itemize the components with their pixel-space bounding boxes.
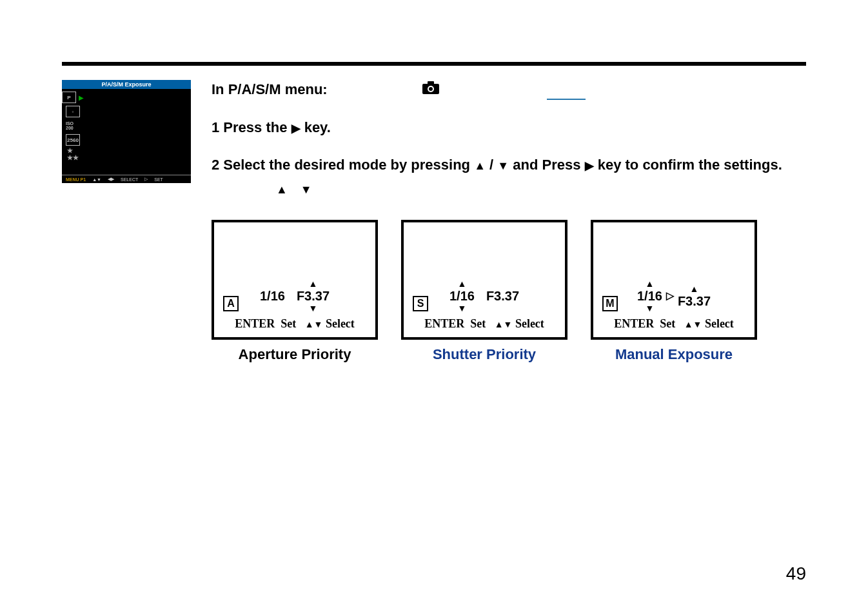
- up-arrow-icon: ▲: [457, 279, 466, 288]
- up-arrow-icon: ▲: [305, 320, 314, 329]
- aperture-value: F3.37: [678, 295, 711, 308]
- instruction-step-1: 1 Press the ▶ key.: [212, 118, 806, 137]
- blue-underline: [547, 99, 586, 100]
- slash: /: [489, 157, 497, 173]
- up-arrow-icon: ▲: [690, 284, 699, 293]
- aperture-col: F3.37: [486, 289, 519, 302]
- page-number: 49: [786, 563, 806, 584]
- shutter-priority-card: ▲ 1/16 ▼ F3.37 S ENTER Set: [401, 220, 567, 364]
- instruction-heading: In P/A/S/M menu:: [212, 81, 328, 97]
- up-arrow-icon: ▲: [684, 320, 693, 329]
- aperture-priority-card: 1/16 ▲ F3.37 ▼ A ENTER Set: [212, 220, 378, 364]
- shutter-priority-screen: ▲ 1/16 ▼ F3.37 S ENTER Set: [401, 220, 567, 340]
- mode-letter-m: M: [602, 296, 618, 311]
- aperture-col: ▲ F3.37: [678, 284, 711, 308]
- down-arrow-icon: ▼: [457, 304, 466, 313]
- footer-set: SET: [154, 177, 163, 182]
- up-arrow-icon: ▲: [495, 320, 504, 329]
- standalone-arrows: ▲ ▼: [276, 182, 806, 197]
- down-arrow-icon: ▼: [504, 320, 513, 329]
- manual-exposure-card: ▲ 1/16 ▼ ▷ ▲ F3.37 M ENTE: [591, 220, 757, 364]
- aperture-priority-label: Aperture Priority: [212, 345, 378, 364]
- mode-p-icon: P: [62, 92, 76, 103]
- down-arrow-icon: ▼: [301, 183, 312, 196]
- shutter-col: 1/16: [260, 289, 285, 302]
- instruction-heading-row: In P/A/S/M menu:: [212, 80, 806, 100]
- down-arrow-icon: ▼: [314, 320, 323, 329]
- step2-mid: and Press: [513, 157, 584, 173]
- shutter-value: 1/16: [449, 289, 475, 302]
- quality-stars-icon: ★★★: [66, 148, 80, 160]
- mode-letter-s: S: [413, 296, 428, 311]
- up-arrow-icon: ▲: [309, 279, 318, 288]
- instruction-block: In P/A/S/M menu: 1 Press the ▶ key. 2 Se…: [212, 80, 806, 364]
- hint-enter: ENTER: [235, 317, 275, 330]
- cursor-icon: ▶: [79, 94, 84, 101]
- footer-updown-icon: ▲▼: [92, 177, 101, 182]
- footer-select: SELECT: [121, 177, 138, 182]
- footer-leftright-icon: ◀▶: [108, 177, 114, 182]
- svg-point-3: [429, 87, 433, 91]
- camera-menu-screenshot: P/A/S/M Exposure P ▶ ▫ ISO 200 2560 ★★★ …: [62, 80, 191, 183]
- aperture-value: F3.37: [297, 289, 330, 302]
- svg-rect-1: [428, 81, 434, 85]
- footer-menu: MENU P1: [66, 177, 86, 182]
- down-arrow-icon: ▼: [693, 320, 702, 329]
- hint-select: Select: [326, 317, 355, 330]
- up-arrow-icon: ▲: [276, 183, 288, 196]
- camera-menu-body: P ▶ ▫ ISO 200 2560 ★★★: [62, 89, 191, 175]
- manual-page: P/A/S/M Exposure P ▶ ▫ ISO 200 2560 ★★★ …: [0, 0, 868, 615]
- shutter-col: ▲ 1/16 ▼: [637, 279, 662, 313]
- shutter-value: 1/16: [260, 289, 285, 302]
- up-arrow-icon: ▲: [474, 159, 486, 172]
- aperture-value: F3.37: [486, 289, 519, 302]
- camera-menu-iconlist: P ▶ ▫ ISO 200 2560 ★★★: [62, 89, 84, 175]
- mode-cards-row: 1/16 ▲ F3.37 ▼ A ENTER Set: [212, 220, 806, 364]
- hint-select: Select: [705, 317, 734, 330]
- content-row: P/A/S/M Exposure P ▶ ▫ ISO 200 2560 ★★★ …: [62, 80, 806, 364]
- shutter-priority-label: Shutter Priority: [401, 345, 567, 364]
- hint-bar: ENTER Set ▲▼ Select: [593, 316, 755, 331]
- camera-menu-footer: MENU P1 ▲▼ ◀▶ SELECT ▷ SET: [62, 175, 191, 183]
- camera-menu-title: P/A/S/M Exposure: [62, 80, 191, 89]
- step2-suffix: key to confirm the settings.: [598, 157, 782, 173]
- footer-right-icon: ▷: [144, 177, 148, 182]
- manual-exposure-label: Manual Exposure: [591, 345, 757, 364]
- iso-icon: ISO 200: [66, 120, 80, 132]
- hint-enter: ENTER: [614, 317, 654, 330]
- manual-exposure-screen: ▲ 1/16 ▼ ▷ ▲ F3.37 M ENTE: [591, 220, 757, 340]
- step1-suffix: key.: [304, 119, 331, 135]
- down-arrow-icon: ▼: [309, 304, 318, 313]
- up-arrow-icon: ▲: [645, 279, 654, 288]
- hint-bar: ENTER Set ▲▼ Select: [404, 316, 565, 331]
- down-arrow-icon: ▼: [645, 304, 654, 313]
- shutter-col: ▲ 1/16 ▼: [449, 279, 475, 313]
- hint-set: Set: [470, 317, 486, 330]
- aperture-priority-screen: 1/16 ▲ F3.37 ▼ A ENTER Set: [212, 220, 378, 340]
- camera-icon: [422, 81, 440, 100]
- down-arrow-icon: ▼: [497, 159, 509, 172]
- right-outline-arrow-icon: ▷: [666, 289, 674, 303]
- shutter-value: 1/16: [637, 289, 662, 302]
- hint-select: Select: [515, 317, 544, 330]
- mode-letter-a: A: [223, 296, 239, 311]
- hint-set: Set: [660, 317, 675, 330]
- hint-set: Set: [281, 317, 296, 330]
- right-arrow-icon: ▶: [585, 159, 594, 172]
- instruction-step-2: 2 Select the desired mode by pressing ▲ …: [212, 155, 806, 175]
- metering-icon: ▫: [66, 106, 80, 117]
- horizontal-rule: [62, 62, 806, 66]
- hint-enter: ENTER: [424, 317, 464, 330]
- right-arrow-icon: ▶: [291, 122, 301, 135]
- hint-bar: ENTER Set ▲▼ Select: [214, 316, 375, 331]
- step1-prefix: 1 Press the: [212, 119, 291, 135]
- resolution-icon: 2560: [66, 134, 80, 146]
- aperture-col: ▲ F3.37 ▼: [297, 279, 330, 313]
- step2-prefix: 2 Select the desired mode by pressing: [212, 157, 474, 173]
